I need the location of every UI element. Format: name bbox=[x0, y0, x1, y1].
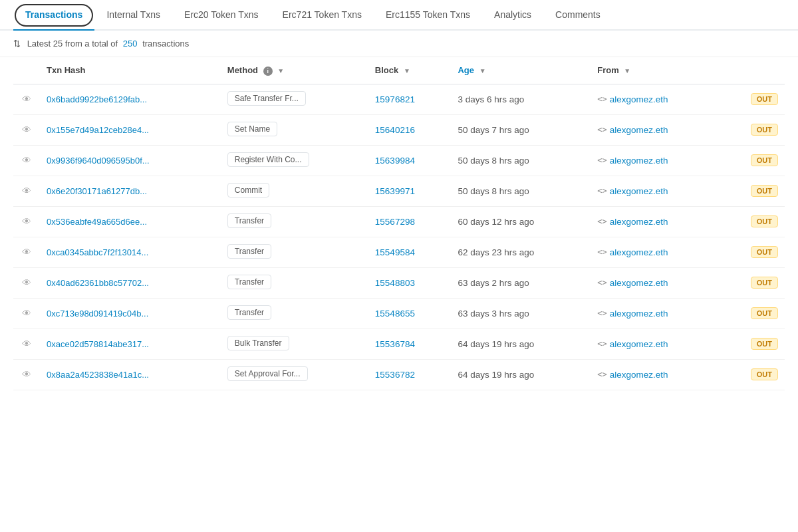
from-address-link[interactable]: alexgomez.eth bbox=[610, 156, 668, 166]
row-eye[interactable]: 👁 bbox=[13, 145, 40, 176]
from-address-link[interactable]: alexgomez.eth bbox=[610, 125, 668, 135]
row-eye[interactable]: 👁 bbox=[13, 329, 40, 359]
from-address-link[interactable]: alexgomez.eth bbox=[610, 278, 668, 288]
eye-icon[interactable]: 👁 bbox=[22, 216, 31, 227]
block-link[interactable]: 15549584 bbox=[375, 247, 415, 257]
txn-hash-link[interactable]: 0x6e20f30171a61277db... bbox=[47, 186, 147, 196]
row-eye[interactable]: 👁 bbox=[13, 359, 40, 390]
txn-hash-link[interactable]: 0x9936f9640d096595b0f... bbox=[47, 156, 150, 166]
block-link[interactable]: 15639984 bbox=[375, 156, 415, 166]
out-badge: OUT bbox=[751, 154, 778, 166]
col-method: Method i ▼ bbox=[221, 57, 368, 84]
block-link[interactable]: 15640216 bbox=[375, 125, 415, 135]
age-filter-icon[interactable]: ▼ bbox=[479, 67, 487, 75]
col-from: From ▼ bbox=[591, 57, 721, 84]
row-eye[interactable]: 👁 bbox=[13, 298, 40, 329]
eye-icon[interactable]: 👁 bbox=[22, 186, 31, 196]
row-eye[interactable]: 👁 bbox=[13, 206, 40, 237]
tab-comments[interactable]: Comments bbox=[543, 0, 612, 29]
table-row: 👁 0xc713e98d091419c04b... Transfer 15548… bbox=[13, 298, 785, 329]
txn-hash-link[interactable]: 0xace02d578814abe317... bbox=[47, 339, 149, 349]
txn-hash-link[interactable]: 0x6badd9922be6129fab... bbox=[47, 94, 147, 104]
block-link[interactable]: 15567298 bbox=[375, 217, 415, 227]
tab-erc721[interactable]: Erc721 Token Txns bbox=[271, 0, 374, 29]
out-badge: OUT bbox=[751, 124, 778, 136]
method-filter-icon[interactable]: ▼ bbox=[277, 67, 285, 75]
row-age: 50 days 8 hrs ago bbox=[451, 145, 591, 176]
table-row: 👁 0xace02d578814abe317... Bulk Transfer … bbox=[13, 329, 785, 359]
method-info-icon[interactable]: i bbox=[263, 66, 273, 76]
eye-icon[interactable]: 👁 bbox=[22, 247, 31, 257]
row-method: Transfer bbox=[221, 267, 368, 298]
row-block: 15639984 bbox=[368, 145, 452, 176]
row-eye[interactable]: 👁 bbox=[13, 176, 40, 206]
from-filter-icon[interactable]: ▼ bbox=[624, 67, 632, 75]
block-link[interactable]: 15639971 bbox=[375, 186, 415, 196]
eye-icon[interactable]: 👁 bbox=[22, 369, 31, 380]
row-eye[interactable]: 👁 bbox=[13, 237, 40, 267]
txn-hash-link[interactable]: 0x40ad62361bb8c57702... bbox=[47, 278, 149, 288]
sort-icon: ⇅ bbox=[13, 39, 21, 49]
eye-icon[interactable]: 👁 bbox=[22, 155, 31, 166]
from-address: <> alexgomez.eth bbox=[597, 247, 714, 257]
block-link[interactable]: 15548803 bbox=[375, 278, 415, 288]
eye-icon[interactable]: 👁 bbox=[22, 338, 31, 349]
eye-icon[interactable]: 👁 bbox=[22, 94, 31, 104]
block-link[interactable]: 15536784 bbox=[375, 339, 415, 349]
col-age[interactable]: Age ▼ bbox=[451, 57, 591, 84]
row-direction: OUT bbox=[722, 176, 785, 206]
method-badge: Transfer bbox=[227, 275, 271, 289]
col-direction bbox=[722, 57, 785, 84]
row-direction: OUT bbox=[722, 359, 785, 390]
row-age: 50 days 8 hrs ago bbox=[451, 176, 591, 206]
row-eye[interactable]: 👁 bbox=[13, 84, 40, 114]
tab-internal-txns[interactable]: Internal Txns bbox=[94, 0, 172, 29]
row-from: <> alexgomez.eth bbox=[591, 237, 721, 267]
eye-icon[interactable]: 👁 bbox=[22, 124, 31, 135]
block-link[interactable]: 15976821 bbox=[375, 94, 415, 104]
row-age: 62 days 23 hrs ago bbox=[451, 237, 591, 267]
row-method: Register With Co... bbox=[221, 145, 368, 176]
txn-hash-link[interactable]: 0xca0345abbc7f2f13014... bbox=[47, 247, 148, 257]
block-link[interactable]: 15536782 bbox=[375, 370, 415, 380]
block-filter-icon[interactable]: ▼ bbox=[404, 67, 412, 75]
tab-analytics[interactable]: Analytics bbox=[482, 0, 543, 29]
table-row: 👁 0x9936f9640d096595b0f... Register With… bbox=[13, 145, 785, 176]
tab-bar: Transactions Internal Txns Erc20 Token T… bbox=[0, 0, 798, 31]
eye-icon[interactable]: 👁 bbox=[22, 308, 31, 319]
from-address: <> alexgomez.eth bbox=[597, 125, 714, 135]
from-address-link[interactable]: alexgomez.eth bbox=[610, 370, 668, 380]
row-from: <> alexgomez.eth bbox=[591, 145, 721, 176]
tab-label: Transactions bbox=[25, 9, 82, 20]
txn-hash-link[interactable]: 0xc713e98d091419c04b... bbox=[47, 309, 148, 319]
from-address: <> alexgomez.eth bbox=[597, 370, 714, 380]
from-address-link[interactable]: alexgomez.eth bbox=[610, 309, 668, 319]
row-block: 15548655 bbox=[368, 298, 452, 329]
row-direction: OUT bbox=[722, 206, 785, 237]
row-method: Set Approval For... bbox=[221, 359, 368, 390]
row-direction: OUT bbox=[722, 84, 785, 114]
row-txn-hash: 0xca0345abbc7f2f13014... bbox=[40, 237, 221, 267]
from-address: <> alexgomez.eth bbox=[597, 339, 714, 349]
row-eye[interactable]: 👁 bbox=[13, 114, 40, 145]
from-address-link[interactable]: alexgomez.eth bbox=[610, 186, 668, 196]
row-eye[interactable]: 👁 bbox=[13, 267, 40, 298]
from-address-link[interactable]: alexgomez.eth bbox=[610, 339, 668, 349]
from-address-link[interactable]: alexgomez.eth bbox=[610, 247, 668, 257]
txn-hash-link[interactable]: 0x155e7d49a12ceb28e4... bbox=[47, 125, 149, 135]
contract-icon: <> bbox=[597, 156, 606, 165]
block-link[interactable]: 15548655 bbox=[375, 309, 415, 319]
row-age: 50 days 7 hrs ago bbox=[451, 114, 591, 145]
from-address-link[interactable]: alexgomez.eth bbox=[610, 217, 668, 227]
total-count-link[interactable]: 250 bbox=[123, 39, 138, 49]
tab-erc1155[interactable]: Erc1155 Token Txns bbox=[374, 0, 482, 29]
eye-icon[interactable]: 👁 bbox=[22, 277, 31, 288]
txn-hash-link[interactable]: 0x8aa2a4523838e41a1c... bbox=[47, 370, 149, 380]
tab-transactions[interactable]: Transactions bbox=[13, 0, 94, 31]
from-address-link[interactable]: alexgomez.eth bbox=[610, 94, 668, 104]
from-address: <> alexgomez.eth bbox=[597, 156, 714, 166]
tab-erc20[interactable]: Erc20 Token Txns bbox=[172, 0, 271, 29]
tab-label: Erc1155 Token Txns bbox=[386, 9, 470, 20]
row-block: 15976821 bbox=[368, 84, 452, 114]
txn-hash-link[interactable]: 0x536eabfe49a665d6ee... bbox=[47, 217, 147, 227]
